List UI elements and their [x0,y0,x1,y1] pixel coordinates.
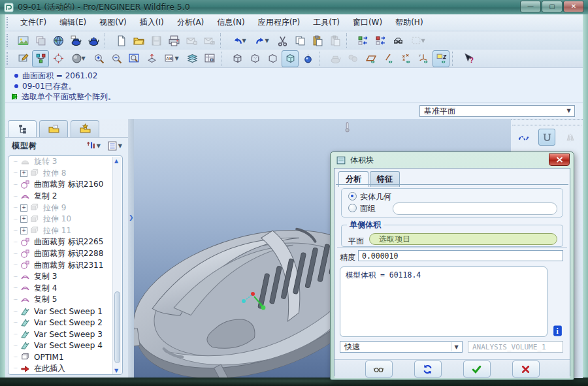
plane-display-button[interactable] [362,50,379,67]
menu-item-0[interactable]: 文件(F) [14,15,52,30]
tree-item[interactable]: ┄Var Sect Sweep 3 [8,329,122,340]
tree-item[interactable]: ┄OPTIM1 [8,351,122,363]
maximize-button[interactable]: ▢ [542,1,563,12]
sidebar-splitter[interactable]: ❯ [128,119,134,378]
new-file-button[interactable] [112,32,129,49]
menu-item-7[interactable]: 工具(T) [307,15,346,30]
paste-button[interactable] [309,32,326,49]
tree-item[interactable]: ┄在此插入 [8,363,122,375]
repeat-button[interactable] [414,361,442,378]
info-button[interactable]: i [552,325,563,338]
scroll-down-icon[interactable]: ▼ [114,368,120,374]
close-button[interactable]: ✕ [563,1,584,12]
point-display-button[interactable] [397,50,414,67]
sidebar-collapse-handle[interactable]: ❯ [129,214,134,221]
smart-filter-button[interactable] [32,50,49,67]
tab-model-tree[interactable] [8,120,37,137]
tree-item[interactable]: ┄曲面裁剪 标识2288 [8,248,122,260]
menu-item-9[interactable]: 帮助(H) [389,15,429,30]
copy-button[interactable] [291,32,308,49]
accuracy-input[interactable]: 0.000010 [358,250,563,261]
redo-button[interactable]: ▼ [251,32,273,49]
tree-item[interactable]: ┄Var Sect Sweep 1 [8,306,122,317]
tree-scrollbar[interactable]: ▲ ▼ [112,157,122,375]
print-button[interactable] [165,32,182,49]
tree-item[interactable]: ┄旋转 3 [8,156,122,168]
shaded-button[interactable] [282,50,299,67]
tree-item[interactable]: ┄+拉伸 8 [8,168,122,180]
datum-ball-button[interactable] [299,50,316,67]
regen-model-button[interactable] [354,32,371,49]
dialog-title-bar[interactable]: 体积块 [331,152,574,168]
view-manager-button[interactable] [201,50,218,67]
tab-folder-browser[interactable] [39,120,68,137]
menu-item-2[interactable]: 视图(V) [93,15,133,30]
tree-item[interactable]: ┄曲面裁剪 标识2311 [8,259,122,271]
tree-item[interactable]: ┄Var Sect Sweep 4 [8,340,122,352]
repaint-button[interactable] [14,50,31,67]
menu-item-4[interactable]: 分析(A) [171,15,210,30]
menu-item-8[interactable]: 窗口(W) [347,15,388,30]
tree-settings-button[interactable]: ▼ [84,139,103,153]
reorient-button[interactable] [143,50,160,67]
hidden-line-button[interactable] [246,50,263,67]
plane-selector-field[interactable]: 选取项目 [369,233,557,245]
spin-center-button[interactable] [50,50,67,67]
zoom-in-button[interactable] [90,50,107,67]
analysis-name-input[interactable]: ANALYSIS_VOLUME_1 [468,341,563,353]
selection-filter-combobox[interactable]: 基准平面 ▼ [419,105,575,117]
menu-item-1[interactable]: 编辑(E) [54,15,92,30]
layers-button[interactable] [184,50,201,67]
zoom-out-button[interactable] [108,50,125,67]
tree-item[interactable]: ┄复制 3 [8,271,122,283]
scrollbar-thumb[interactable] [114,291,120,363]
cut-button[interactable] [274,32,291,49]
ok-button[interactable] [463,361,491,378]
expander-icon[interactable]: + [20,216,27,223]
menu-item-5[interactable]: 信息(N) [211,15,250,30]
undo-button[interactable]: ▼ [228,32,250,49]
compute-mode-combobox[interactable]: 快速 ▼ [340,341,463,353]
wireframe-button[interactable] [229,50,246,67]
boundary-blend-button[interactable] [538,129,555,146]
tree-item[interactable]: ┄复制 5 [8,294,122,306]
tree-item[interactable]: ┄+拉伸 10 [8,214,122,225]
open-folder-button[interactable] [130,32,147,49]
tree-columns-button[interactable]: ▼ [105,139,124,153]
zoom-fit-button[interactable] [125,50,142,67]
quilt-input[interactable] [393,202,557,215]
csys-display-button[interactable]: y [415,50,432,67]
regen-custom-button[interactable] [372,32,389,49]
tree-item[interactable]: ┄曲面裁剪 标识2160 [8,179,122,191]
tree-item[interactable]: ┄复制 4 [8,283,122,295]
tree-item[interactable]: ┄Var Sect Sweep 2 [8,317,122,329]
no-hidden-button[interactable] [264,50,281,67]
menu-item-3[interactable]: 插入(I) [134,15,170,30]
scroll-up-icon[interactable]: ▲ [114,158,120,164]
results-textarea[interactable]: 模型体积 = 60118.4 [340,266,547,337]
teapot-flag-button[interactable] [67,32,84,49]
menu-item-6[interactable]: 应用程序(P) [252,15,306,30]
wallpaper-button[interactable] [14,32,31,49]
quilt-radio[interactable] [348,204,357,212]
expander-icon[interactable]: + [20,204,27,212]
solid-geometry-radio[interactable] [348,192,357,201]
context-help-button[interactable]: ? [460,50,477,67]
style-wave-button[interactable] [515,129,532,146]
render-style-button[interactable]: ▼ [67,50,90,67]
find-button[interactable] [389,32,406,49]
teapot-button[interactable] [85,32,102,49]
tree-item[interactable]: ┄+拉伸 11 [8,225,122,237]
globe-button[interactable] [50,32,67,49]
tab-favorites[interactable] [71,120,99,137]
expander-icon[interactable]: + [20,170,27,177]
cancel-button[interactable] [512,361,540,378]
tree-item[interactable]: ┄+拉伸 9 [8,202,122,214]
dialog-close-button[interactable] [549,153,570,166]
ghost-window-button[interactable] [32,32,49,49]
tree-item[interactable]: ┄复制 2 [8,191,122,202]
preview-button[interactable] [365,361,393,378]
named-views-button[interactable]: AB▼ [161,50,183,67]
tree-item[interactable]: ┄曲面裁剪 标识2265 [8,236,122,248]
axis-display-button[interactable] [380,50,397,67]
